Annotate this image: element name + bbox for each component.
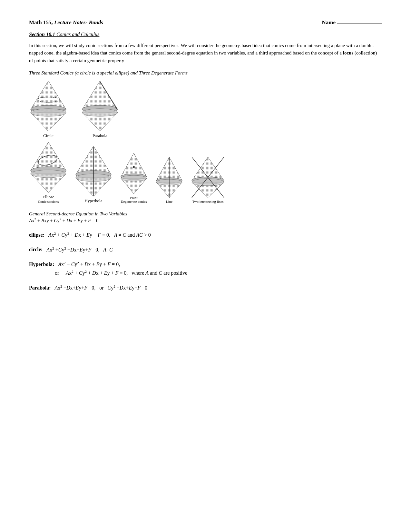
intro-paragraph: In this section, we will study conic sec…: [29, 42, 382, 64]
title-italic: Lecture Notes- Bonds: [54, 19, 103, 25]
hyperbola-formula-1: Ax2 − Cy2 + Dx + Ey + F = 0,: [55, 261, 120, 267]
svg-marker-1: [31, 81, 66, 109]
parabola-formula: Ax2 +Dx+Ey+F =0, or Cy2 +Dx+Ey+F =0: [52, 285, 147, 291]
label-point: Point: [130, 196, 137, 200]
three-standard-label: Three Standard Conics (a circle is a spe…: [29, 70, 382, 76]
header-row: Math 155, Lecture Notes- Bonds Name: [29, 19, 382, 26]
section-name: Conics and Calculus: [56, 32, 99, 37]
general-eq-label: General Second-degree Equation in Two Va…: [29, 211, 382, 217]
general-eq-formula: Ax2 + Bxy + Cy2 + Dx + Ey + F = 0: [29, 217, 382, 223]
svg-point-29: [121, 175, 147, 181]
parabola-equation: Parabola: Ax2 +Dx+Ey+F =0, or Cy2 +Dx+Ey…: [29, 283, 382, 292]
hyperbola-equation: Hyperbola: Ax2 − Cy2 + Dx + Ey + F = 0, …: [29, 260, 382, 278]
cone-row-2: Ellipse Conic sections Hyperbola: [29, 142, 382, 203]
cone-line: Line: [155, 156, 184, 203]
svg-point-30: [133, 166, 135, 168]
svg-point-5: [31, 109, 66, 116]
ellipse-equation: ellipse: Ax2 + Cy2 + Dx + Ey + F = 0, A …: [29, 231, 382, 240]
name-field: Name: [322, 19, 382, 26]
circle-equation: circle: Ax2 +Cy2 +Dx+Ey+F =0, A=C: [29, 245, 382, 254]
cone-circle: Circle: [29, 80, 68, 138]
hyperbola-formula-2: or −Ax2 + Cy2 + Dx + Ey + F = 0, where A…: [55, 269, 382, 278]
ellipse-formula: Ax2 + Cy2 + Dx + Ey + F = 0, A ≠ C and A…: [46, 232, 151, 238]
circle-label: circle:: [29, 247, 43, 252]
label-line: Line: [166, 200, 172, 203]
svg-point-41: [192, 179, 224, 186]
name-underline: [337, 24, 382, 24]
label-conic-sections: Conic sections: [38, 200, 59, 203]
cone-parabola: Parabola: [81, 80, 119, 138]
parabola-label: Parabola:: [29, 285, 51, 291]
label-ellipse: Ellipse: [43, 194, 54, 200]
cones-section: Circle Parabola: [29, 80, 382, 203]
circle-formula: Ax2 +Cy2 +Dx+Ey+F =0, A=C: [44, 247, 113, 252]
general-eq-section: General Second-degree Equation in Two Va…: [29, 211, 382, 223]
svg-point-17: [31, 170, 66, 178]
label-hyperbola: Hyperbola: [85, 198, 103, 203]
label-degenerate-conics: Degenerate conics: [121, 200, 147, 203]
cone-row-1: Circle Parabola: [29, 80, 382, 138]
label-two-lines: Two intersecting lines: [192, 200, 224, 203]
section-title: Section 10.1 Conics and Calculus: [29, 32, 382, 37]
label-circle: Circle: [43, 133, 54, 138]
page-title: Math 155, Lecture Notes- Bonds: [29, 19, 103, 26]
title-plain: Math 155,: [29, 19, 54, 25]
ellipse-label: ellipse:: [29, 232, 44, 238]
svg-point-11: [82, 109, 118, 116]
svg-marker-26: [121, 153, 147, 177]
section-number: Section 10.1: [29, 32, 55, 37]
cone-point: Point Degenerate conics: [119, 153, 148, 203]
svg-marker-8: [82, 81, 118, 109]
cone-two-lines: Two intersecting lines: [190, 156, 226, 203]
hyperbola-label: Hyperbola:: [29, 261, 54, 267]
svg-marker-14: [31, 142, 66, 171]
cone-ellipse: Ellipse Conic sections: [29, 142, 68, 203]
label-parabola: Parabola: [93, 133, 107, 138]
cone-hyperbola: Hyperbola: [74, 145, 113, 203]
